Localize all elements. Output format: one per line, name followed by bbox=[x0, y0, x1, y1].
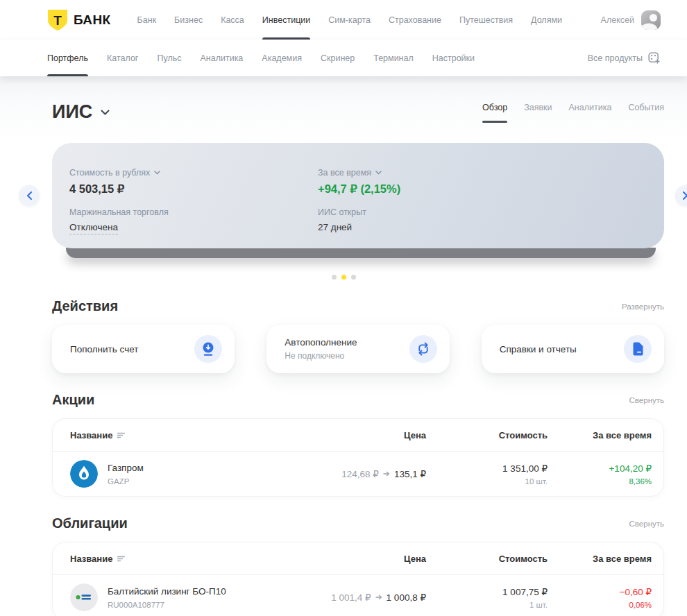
position-change-pct: 0,06% bbox=[629, 601, 652, 609]
iis-opened-block: ИИС открыт 27 дней bbox=[318, 207, 643, 234]
security-ticker: GAZP bbox=[108, 477, 144, 486]
actions-expand-link[interactable]: Развернуть bbox=[622, 302, 664, 311]
subnav-academy[interactable]: Академия bbox=[262, 40, 302, 76]
margin-trading-label: Маржинальная торговля bbox=[69, 207, 318, 217]
svg-text:Т: Т bbox=[53, 12, 62, 27]
chevron-down-icon bbox=[375, 171, 382, 175]
subnav-catalog[interactable]: Каталог bbox=[107, 40, 138, 76]
action-label: Автопополнение bbox=[285, 337, 357, 348]
subnav-screener[interactable]: Скринер bbox=[321, 40, 355, 76]
portfolio-value-block: Стоимость в рублях 4 503,15 ₽ bbox=[69, 168, 318, 196]
subnav-pulse[interactable]: Пульс bbox=[157, 40, 181, 76]
summary-carousel: Стоимость в рублях 4 503,15 ₽ За все вре… bbox=[0, 143, 687, 259]
price-from: 1 001,4 ₽ bbox=[331, 592, 371, 603]
carousel-next-button[interactable] bbox=[675, 185, 687, 206]
bonds-title: Облигации bbox=[52, 515, 128, 531]
repeat-arrows-icon bbox=[416, 341, 431, 357]
bonds-collapse-link[interactable]: Свернуть bbox=[629, 520, 664, 528]
column-name-sort[interactable]: Название bbox=[70, 430, 277, 440]
change-cell: +104,20 ₽ 8,36% bbox=[548, 463, 652, 486]
price-cell: 124,68 ₽ 135,1 ₽ bbox=[277, 468, 426, 479]
account-title: ИИС bbox=[52, 101, 92, 123]
portfolio-summary-card: Стоимость в рублях 4 503,15 ₽ За все вре… bbox=[52, 143, 664, 248]
carousel-dot-2[interactable] bbox=[341, 275, 346, 280]
period-selector[interactable]: За все время bbox=[318, 168, 643, 178]
action-auto-top-up[interactable]: Автопополнение Не подключено bbox=[266, 325, 449, 373]
column-price: Цена bbox=[277, 554, 426, 564]
subnav-analytics[interactable]: Аналитика bbox=[200, 40, 243, 76]
tbank-logo[interactable]: Т БАНК bbox=[47, 9, 111, 31]
security-name: Балтийский лизинг БО-П10 bbox=[108, 586, 226, 597]
nav-item-insurance[interactable]: Страхование bbox=[389, 0, 441, 40]
nav-item-travel[interactable]: Путешествия bbox=[459, 0, 513, 40]
table-row-gazprom[interactable]: Газпром GAZP 124,68 ₽ 135,1 ₽ 1 351,00 ₽… bbox=[53, 452, 663, 496]
nav-item-business[interactable]: Бизнес bbox=[174, 0, 203, 40]
avatar[interactable] bbox=[641, 10, 661, 30]
margin-trading-status[interactable]: Отключена bbox=[69, 222, 118, 234]
sort-icon bbox=[117, 556, 125, 562]
logo-text: БАНК bbox=[74, 12, 111, 28]
investments-subnav: Портфель Каталог Пульс Аналитика Академи… bbox=[47, 40, 475, 76]
action-sublabel: Не подключено bbox=[285, 351, 357, 361]
action-statements-reports[interactable]: Справки и отчеты bbox=[482, 325, 664, 373]
subnav-terminal[interactable]: Терминал bbox=[373, 40, 414, 76]
position-value: 1 351,00 ₽ bbox=[502, 463, 548, 474]
primary-nav: Банк Бизнес Касса Инвестиции Сим-карта С… bbox=[137, 0, 562, 40]
stocks-collapse-link[interactable]: Свернуть bbox=[629, 396, 664, 404]
position-change: +104,20 ₽ bbox=[609, 463, 652, 474]
carousel-dot-3[interactable] bbox=[351, 275, 356, 280]
tab-orders[interactable]: Заявки bbox=[524, 103, 552, 123]
portfolio-value-selector[interactable]: Стоимость в рублях bbox=[69, 168, 318, 178]
table-row-baltic-leasing[interactable]: Балтийский лизинг БО-П10 RU000A108777 1 … bbox=[53, 575, 663, 616]
secondary-nav-row: Портфель Каталог Пульс Аналитика Академи… bbox=[0, 40, 687, 76]
account-selector[interactable]: ИИС bbox=[52, 101, 110, 123]
bonds-section: Облигации Свернуть Название Цена Стоимос… bbox=[52, 515, 664, 616]
grid-plus-icon bbox=[648, 52, 661, 65]
action-label: Справки и отчеты bbox=[500, 344, 577, 354]
nav-item-sim[interactable]: Сим-карта bbox=[328, 0, 371, 40]
user-menu[interactable]: Алексей bbox=[601, 10, 661, 30]
iis-opened-label: ИИС открыт bbox=[318, 207, 643, 217]
all-products-button[interactable]: Все продукты bbox=[588, 52, 661, 65]
change-cell: −0,60 ₽ 0,06% bbox=[548, 586, 652, 609]
chevron-right-icon bbox=[683, 191, 687, 200]
user-name: Алексей bbox=[601, 15, 634, 25]
value-cell: 1 351,00 ₽ 10 шт. bbox=[426, 463, 548, 486]
bonds-table-header: Название Цена Стоимость За все время bbox=[53, 542, 663, 575]
action-top-up-account[interactable]: Пополнить счет bbox=[52, 325, 235, 373]
nav-item-dolyami[interactable]: Долями bbox=[531, 0, 562, 40]
actions-title: Действия bbox=[52, 298, 118, 314]
subnav-portfolio[interactable]: Портфель bbox=[47, 40, 88, 76]
portfolio-value-label: Стоимость в рублях bbox=[69, 168, 150, 178]
icon-circle bbox=[409, 335, 437, 363]
value-cell: 1 007,75 ₽ 1 шт. bbox=[426, 586, 548, 609]
price-cell: 1 001,4 ₽ 1 000,8 ₽ bbox=[277, 592, 426, 603]
carousel-dots bbox=[0, 275, 687, 280]
icon-circle bbox=[624, 335, 652, 363]
column-name-sort[interactable]: Название bbox=[70, 554, 277, 564]
account-header: ИИС Обзор Заявки Аналитика События bbox=[52, 101, 664, 123]
primary-nav-row: Т БАНК Банк Бизнес Касса Инвестиции Сим-… bbox=[0, 0, 687, 40]
carousel-prev-button[interactable] bbox=[19, 185, 40, 206]
account-tabs: Обзор Заявки Аналитика События bbox=[482, 103, 664, 123]
nav-item-investments[interactable]: Инвестиции bbox=[262, 0, 310, 40]
tab-events[interactable]: События bbox=[628, 103, 664, 123]
tab-overview[interactable]: Обзор bbox=[482, 103, 507, 123]
nav-item-bank[interactable]: Банк bbox=[137, 0, 157, 40]
actions-section: Действия Развернуть Пополнить счет Ав bbox=[52, 298, 664, 373]
carousel-dot-1[interactable] bbox=[332, 275, 337, 280]
bonds-table: Название Цена Стоимость За все время bbox=[52, 542, 664, 616]
stocks-section: Акции Свернуть Название Цена Стоимость З… bbox=[52, 392, 664, 497]
tab-analytics[interactable]: Аналитика bbox=[569, 103, 612, 123]
subnav-settings[interactable]: Настройки bbox=[432, 40, 475, 76]
nav-item-kassa[interactable]: Касса bbox=[221, 0, 244, 40]
security-name: Газпром bbox=[108, 463, 144, 473]
chevron-down-icon bbox=[154, 171, 160, 175]
sort-icon bbox=[117, 432, 125, 438]
column-value: Стоимость bbox=[426, 430, 548, 440]
gazprom-logo bbox=[70, 460, 98, 488]
price-to: 135,1 ₽ bbox=[394, 468, 426, 479]
chevron-left-icon bbox=[26, 191, 32, 200]
stocks-table: Название Цена Стоимость За все время bbox=[52, 418, 664, 497]
column-period: За все время bbox=[548, 430, 652, 440]
